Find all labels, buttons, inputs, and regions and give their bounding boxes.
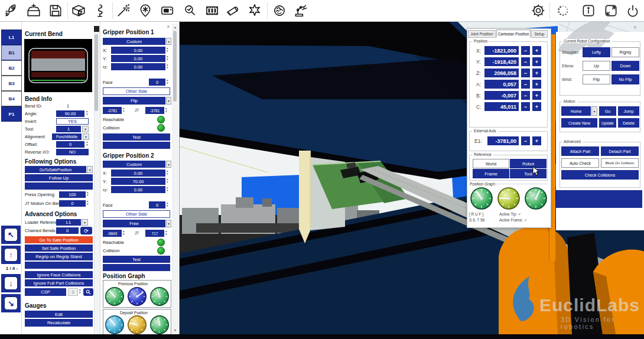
elbow-down-button[interactable]: Down [612, 61, 639, 71]
scroll-up-icon[interactable]: ▲ [173, 25, 178, 29]
z-axis-input[interactable]: 2066,058 [484, 69, 519, 77]
tool-dropdown-icon[interactable]: ▾ [82, 126, 89, 132]
block-on-collision-button[interactable]: Block On Collision [601, 158, 639, 168]
shoulder-righty-button[interactable]: Righty [612, 47, 639, 57]
reverse-io-toggle[interactable]: NO [56, 149, 89, 155]
g2-face-stepper[interactable]: ▲▼ [166, 201, 168, 207]
angle-input[interactable]: 90.00 [56, 110, 84, 117]
scroll-down-icon[interactable]: ▼ [173, 328, 178, 332]
star-burst-icon[interactable] [246, 2, 264, 19]
check-collisions-button[interactable]: Check Collisions [561, 170, 639, 180]
recalculate-button[interactable]: Recalculate [25, 319, 93, 327]
alignment-select[interactable]: PunchMiddle [52, 133, 82, 140]
edit-button[interactable]: Edit [25, 311, 93, 318]
nav-last-button[interactable]: ↘ [1, 294, 21, 312]
g1-x-input[interactable]: 0.00 [111, 47, 165, 54]
spotlight-icon[interactable] [224, 2, 242, 19]
camera-view-icon[interactable] [158, 2, 176, 19]
gripper2-mode-select[interactable]: Custom [103, 161, 165, 168]
scrollbar-cap[interactable] [94, 26, 99, 32]
g2-j7-right-stepper[interactable]: ▲▼ [165, 230, 167, 236]
invert-toggle[interactable]: YES [56, 118, 89, 125]
home-dropdown-icon[interactable]: ▾ [591, 106, 597, 116]
regrip-button[interactable]: Regrip on Regrip Stand [25, 253, 93, 260]
shoulder-lefty-button[interactable]: Lefty [583, 47, 610, 57]
reference-world-button[interactable]: World [473, 159, 509, 168]
e1-plus-button[interactable]: + [532, 136, 541, 145]
bend-wire-icon[interactable] [91, 2, 109, 19]
tab-setup[interactable]: Setup [531, 30, 548, 38]
g1-rz-stepper[interactable]: ▲▼ [166, 63, 168, 69]
attach-part-button[interactable]: Attach Part [561, 146, 599, 156]
inspect-check-icon[interactable] [181, 2, 199, 19]
wrist-noflip-button[interactable]: No Flip [612, 74, 639, 84]
chained-bends-input[interactable]: 0 [56, 227, 79, 234]
sidebar-item-l1[interactable]: L1 [1, 30, 22, 45]
c-minus-button[interactable]: − [521, 102, 530, 111]
alignment-dropdown-icon[interactable]: ▾ [83, 133, 89, 140]
csp-button[interactable]: CSP [25, 288, 66, 296]
sidebar-item-b2[interactable]: B2 [1, 60, 22, 76]
a-minus-button[interactable]: − [521, 80, 530, 89]
offset-input[interactable]: 0 [56, 141, 84, 148]
a-axis-input[interactable]: 0,057 [484, 80, 519, 89]
sidebar-item-p1[interactable]: P1 [1, 106, 22, 122]
csp-stepper[interactable]: ▲▼ [79, 288, 81, 294]
tab-joint-position[interactable]: Joint Position [468, 30, 496, 38]
blank-button[interactable] [25, 262, 93, 269]
film-strip-icon[interactable] [203, 2, 221, 19]
g1-face-stepper[interactable]: ▲▼ [166, 79, 168, 84]
c-axis-input[interactable]: 45,011 [484, 102, 519, 111]
elbow-up-button[interactable]: Up [583, 61, 610, 71]
y-plus-button[interactable]: + [532, 57, 541, 66]
settings-gear-icon[interactable] [529, 2, 547, 19]
y-axis-input[interactable]: -1918,420 [484, 57, 519, 66]
g2-grip-mode-dropdown-icon[interactable]: ▾ [166, 220, 171, 227]
jump-button[interactable]: Jump [618, 106, 639, 116]
a-plus-button[interactable]: + [532, 80, 541, 89]
gripper1-mode-dropdown-icon[interactable]: ▾ [166, 38, 171, 45]
e1-minus-button[interactable]: − [521, 136, 530, 145]
g2-rz-stepper[interactable]: ▲▼ [166, 186, 168, 192]
detach-part-button[interactable]: Detach Part [601, 146, 639, 156]
reference-robot-button[interactable]: Robot [510, 159, 547, 168]
blank-button[interactable] [25, 182, 93, 190]
loader-reference-dropdown-icon[interactable]: ▾ [82, 219, 88, 226]
g2-j7-right-input[interactable]: 717 [145, 230, 164, 237]
ignore-full-part-collisions-button[interactable]: Ignore Full Part Collisions [25, 279, 93, 286]
press-opening-stepper[interactable]: ▲▼ [86, 191, 89, 197]
refresh-icon[interactable]: ⟳ [80, 227, 92, 234]
wrist-flip-button[interactable]: Flip [583, 74, 610, 84]
close-icon[interactable]: × [633, 25, 637, 31]
sidebar-item-b3[interactable]: B3 [1, 76, 22, 91]
delete-button[interactable]: Delete [618, 118, 639, 128]
b-plus-button[interactable]: + [532, 91, 541, 100]
g1-test-button[interactable]: Test [103, 133, 170, 141]
g2-j7-left-input[interactable]: -9849 [103, 230, 122, 237]
following-mode-dropdown-icon[interactable]: ▾ [87, 166, 93, 173]
info-icon[interactable] [580, 2, 597, 19]
open-project-icon[interactable] [25, 2, 43, 19]
g1-rz-input[interactable]: 0.00 [111, 63, 165, 70]
g2-y-input[interactable]: 70.00 [111, 178, 165, 185]
g1-face-input[interactable]: 0 [149, 79, 165, 86]
x-axis-input[interactable]: -1821,000 [484, 46, 519, 55]
follow-up-button[interactable]: Follow Up [25, 174, 93, 181]
x-plus-button[interactable]: + [532, 46, 541, 55]
save-icon[interactable] [47, 2, 64, 19]
ignore-face-collisions-button[interactable]: Ignore Face Collisions [25, 271, 93, 278]
sidebar-item-b4[interactable]: B4 [1, 91, 22, 106]
g2-face-input[interactable]: 0 [149, 201, 165, 208]
set-safe-position-button[interactable]: Set Safe Position [25, 245, 93, 252]
reference-frame-button[interactable]: Frame [473, 169, 509, 178]
g2-x-stepper[interactable]: ▲▼ [166, 170, 168, 175]
offset-stepper[interactable]: ▲▼ [86, 141, 88, 146]
blank-button[interactable] [556, 190, 642, 208]
j7-motion-stepper[interactable]: ▲▼ [86, 200, 89, 206]
tool-select[interactable]: 1 [56, 126, 81, 132]
z-minus-button[interactable]: − [521, 69, 530, 77]
go-to-safe-position-button[interactable]: Go To Safe Position [25, 236, 93, 243]
z-plus-button[interactable]: + [532, 69, 541, 77]
reference-tool-button[interactable]: Tool [510, 169, 547, 178]
tab-cartesian-position[interactable]: Cartesian Position [496, 30, 531, 38]
